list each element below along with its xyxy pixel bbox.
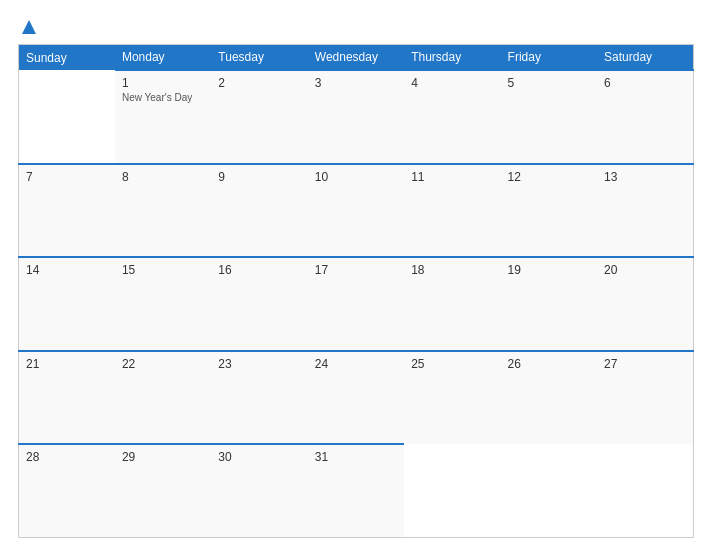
calendar-cell: 5 <box>501 70 597 164</box>
day-number: 19 <box>508 263 590 277</box>
day-number: 22 <box>122 357 204 371</box>
week-row-5: 28293031 <box>19 444 694 538</box>
holiday-label: New Year's Day <box>122 92 204 103</box>
day-number: 17 <box>315 263 397 277</box>
day-number: 14 <box>26 263 108 277</box>
calendar-cell <box>19 70 115 164</box>
calendar-cell: 29 <box>115 444 211 538</box>
calendar-cell: 14 <box>19 257 115 351</box>
day-number: 28 <box>26 450 108 464</box>
calendar-cell: 30 <box>211 444 307 538</box>
day-number: 18 <box>411 263 493 277</box>
weekday-header-wednesday: Wednesday <box>308 45 404 71</box>
week-row-4: 21222324252627 <box>19 351 694 445</box>
calendar-cell: 11 <box>404 164 500 258</box>
day-number: 20 <box>604 263 686 277</box>
calendar-cell: 24 <box>308 351 404 445</box>
calendar-cell: 9 <box>211 164 307 258</box>
calendar-cell: 8 <box>115 164 211 258</box>
logo-blue <box>18 18 38 36</box>
weekday-header-monday: Monday <box>115 45 211 71</box>
day-number: 10 <box>315 170 397 184</box>
calendar-cell: 17 <box>308 257 404 351</box>
day-number: 29 <box>122 450 204 464</box>
week-row-3: 14151617181920 <box>19 257 694 351</box>
calendar-cell <box>597 444 693 538</box>
day-number: 27 <box>604 357 686 371</box>
calendar-cell: 22 <box>115 351 211 445</box>
day-number: 3 <box>315 76 397 90</box>
week-row-1: 1New Year's Day23456 <box>19 70 694 164</box>
day-number: 9 <box>218 170 300 184</box>
logo-icon <box>20 18 38 36</box>
week-row-2: 78910111213 <box>19 164 694 258</box>
day-number: 26 <box>508 357 590 371</box>
calendar-page: SundayMondayTuesdayWednesdayThursdayFrid… <box>0 0 712 550</box>
day-number: 8 <box>122 170 204 184</box>
calendar-cell: 28 <box>19 444 115 538</box>
calendar-cell: 7 <box>19 164 115 258</box>
calendar-cell: 10 <box>308 164 404 258</box>
day-number: 25 <box>411 357 493 371</box>
day-number: 31 <box>315 450 397 464</box>
calendar-cell: 25 <box>404 351 500 445</box>
day-number: 23 <box>218 357 300 371</box>
calendar-cell: 1New Year's Day <box>115 70 211 164</box>
calendar-cell: 18 <box>404 257 500 351</box>
day-number: 2 <box>218 76 300 90</box>
day-number: 7 <box>26 170 108 184</box>
weekday-header-saturday: Saturday <box>597 45 693 71</box>
weekday-header-friday: Friday <box>501 45 597 71</box>
day-number: 5 <box>508 76 590 90</box>
calendar-cell: 23 <box>211 351 307 445</box>
day-number: 16 <box>218 263 300 277</box>
calendar-cell <box>404 444 500 538</box>
calendar-cell: 21 <box>19 351 115 445</box>
day-number: 11 <box>411 170 493 184</box>
svg-marker-0 <box>22 20 36 34</box>
calendar-cell: 19 <box>501 257 597 351</box>
calendar-cell: 2 <box>211 70 307 164</box>
weekday-header-sunday: Sunday <box>19 45 115 71</box>
day-number: 15 <box>122 263 204 277</box>
day-number: 4 <box>411 76 493 90</box>
calendar-cell: 6 <box>597 70 693 164</box>
weekday-header-row: SundayMondayTuesdayWednesdayThursdayFrid… <box>19 45 694 71</box>
calendar-table: SundayMondayTuesdayWednesdayThursdayFrid… <box>18 44 694 538</box>
day-number: 12 <box>508 170 590 184</box>
calendar-cell: 13 <box>597 164 693 258</box>
calendar-cell <box>501 444 597 538</box>
calendar-cell: 26 <box>501 351 597 445</box>
day-number: 24 <box>315 357 397 371</box>
day-number: 13 <box>604 170 686 184</box>
calendar-cell: 4 <box>404 70 500 164</box>
header <box>18 18 694 36</box>
day-number: 30 <box>218 450 300 464</box>
logo <box>18 18 38 36</box>
calendar-cell: 15 <box>115 257 211 351</box>
day-number: 21 <box>26 357 108 371</box>
calendar-cell: 31 <box>308 444 404 538</box>
calendar-cell: 3 <box>308 70 404 164</box>
day-number: 6 <box>604 76 686 90</box>
day-number: 1 <box>122 76 204 90</box>
calendar-cell: 12 <box>501 164 597 258</box>
weekday-header-tuesday: Tuesday <box>211 45 307 71</box>
calendar-cell: 20 <box>597 257 693 351</box>
weekday-header-thursday: Thursday <box>404 45 500 71</box>
calendar-cell: 27 <box>597 351 693 445</box>
calendar-cell: 16 <box>211 257 307 351</box>
